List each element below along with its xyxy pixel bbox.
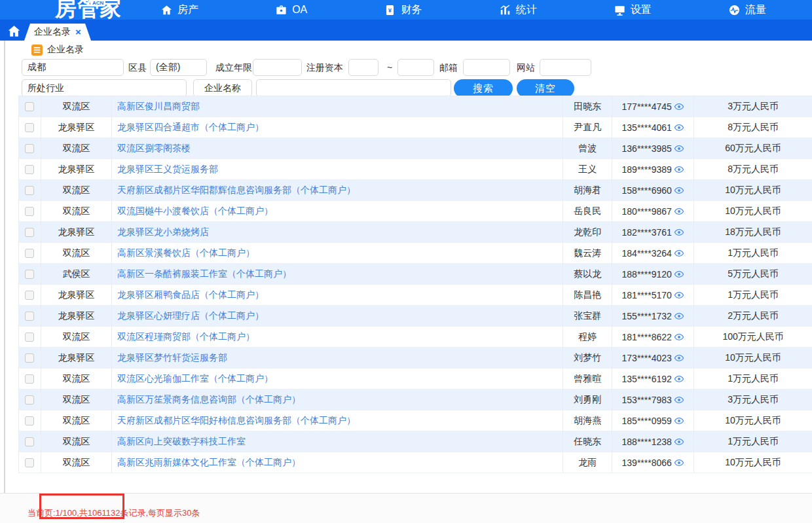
company-link[interactable]: 龙泉驿区王义货运服务部 bbox=[117, 164, 218, 175]
company-link[interactable]: 龙泉驿区心妍理疗店（个体工商户） bbox=[117, 310, 264, 322]
page-title: 企业名录 bbox=[47, 44, 84, 56]
row-checkbox[interactable] bbox=[25, 353, 34, 363]
close-icon[interactable]: × bbox=[75, 27, 81, 37]
company-link[interactable]: 双流区心光瑜伽工作室（个体工商户） bbox=[117, 373, 273, 385]
row-checkbox[interactable] bbox=[25, 144, 34, 153]
phone-cell: 180****9867 bbox=[612, 201, 694, 221]
company-link[interactable]: 高新区俊川昌商贸部 bbox=[117, 101, 200, 113]
row-checkbox[interactable] bbox=[25, 249, 34, 258]
company-cell: 高新区景溪餐饮店（个体工商户） bbox=[112, 243, 563, 263]
checkbox-cell bbox=[19, 222, 41, 242]
eye-icon[interactable] bbox=[674, 437, 684, 447]
company-cell: 龙泉驿区龙小弟烧烤店 bbox=[112, 222, 563, 242]
website-input[interactable] bbox=[540, 59, 591, 76]
home-icon[interactable] bbox=[7, 24, 21, 38]
company-link[interactable]: 双流区程瑾商贸部（个体工商户） bbox=[117, 331, 255, 343]
eye-icon[interactable] bbox=[674, 353, 684, 363]
company-link[interactable]: 龙泉驿区梦竹轩货运服务部 bbox=[117, 352, 227, 364]
checkbox-cell bbox=[19, 452, 41, 473]
table-row: 龙泉驿区 龙泉驿区梦竹轩货运服务部 刘梦竹 173****4023 10万元人民… bbox=[19, 348, 812, 369]
nav-item-traffic[interactable]: 流量 bbox=[728, 3, 766, 17]
clear-button[interactable]: 清空 bbox=[517, 79, 574, 98]
email-input[interactable] bbox=[463, 59, 510, 76]
eye-icon[interactable] bbox=[674, 416, 684, 426]
district-input[interactable] bbox=[150, 59, 207, 76]
row-checkbox[interactable] bbox=[25, 437, 34, 446]
row-checkbox[interactable] bbox=[25, 312, 34, 321]
row-checkbox[interactable] bbox=[25, 165, 34, 174]
nav-item-label: 流量 bbox=[745, 3, 766, 17]
company-link[interactable]: 龙泉驿区四合通超市（个体工商户） bbox=[117, 122, 264, 134]
eye-icon[interactable] bbox=[674, 269, 684, 280]
table-row: 双流区 高新区万笙景商务信息咨询部（个体工商户） 刘勇刚 153****7983… bbox=[19, 389, 812, 410]
company-link[interactable]: 高新区一条酷裤服装工作室（个体工商户） bbox=[117, 268, 291, 280]
eye-icon[interactable] bbox=[674, 122, 684, 133]
phone-value: 188****9120 bbox=[622, 269, 672, 280]
company-link[interactable]: 高新区兆雨新媒体文化工作室（个体工商户） bbox=[117, 457, 301, 469]
eye-icon[interactable] bbox=[674, 227, 684, 238]
eye-icon[interactable] bbox=[674, 101, 684, 112]
row-checkbox[interactable] bbox=[25, 374, 34, 384]
eye-icon[interactable] bbox=[674, 164, 684, 175]
phone-value: 173****4023 bbox=[622, 353, 672, 363]
capital-cell: 100万元人民币 bbox=[694, 327, 812, 347]
company-cell: 高新区俊川昌商贸部 bbox=[112, 96, 563, 117]
city-input[interactable] bbox=[22, 59, 124, 76]
eye-icon[interactable] bbox=[674, 206, 684, 217]
table-row: 龙泉驿区 龙泉驿区四合通超市（个体工商户） 尹直凡 135****4061 8万… bbox=[19, 117, 812, 138]
row-checkbox[interactable] bbox=[25, 291, 34, 300]
row-checkbox[interactable] bbox=[25, 458, 34, 467]
capital-cell: 1万元人民币 bbox=[694, 243, 812, 263]
eye-icon[interactable] bbox=[674, 248, 684, 259]
nav-item-property[interactable]: 房产 bbox=[160, 3, 198, 17]
row-checkbox[interactable] bbox=[25, 207, 34, 216]
phone-cell: 139****8066 bbox=[612, 452, 694, 473]
nav-item-oa[interactable]: OA bbox=[275, 4, 307, 16]
phone-value: 135****4061 bbox=[622, 122, 672, 133]
nav-item-stats[interactable]: 统计 bbox=[499, 3, 537, 17]
eye-icon[interactable] bbox=[674, 143, 684, 154]
row-checkbox[interactable] bbox=[25, 123, 34, 132]
eye-icon[interactable] bbox=[674, 458, 684, 468]
row-checkbox[interactable] bbox=[25, 186, 34, 195]
capital-min-input[interactable] bbox=[348, 59, 378, 76]
checkbox-cell bbox=[19, 264, 41, 284]
company-cell: 龙泉驿区王义货运服务部 bbox=[112, 159, 563, 179]
company-link[interactable]: 双流国樾牛小渡餐饮店（个体工商户） bbox=[117, 206, 273, 217]
company-name-input[interactable] bbox=[256, 79, 451, 97]
capital-cell: 1万元人民币 bbox=[694, 369, 812, 389]
row-checkbox[interactable] bbox=[25, 270, 34, 279]
eye-icon[interactable] bbox=[674, 290, 684, 300]
row-checkbox[interactable] bbox=[25, 228, 34, 237]
industry-input[interactable] bbox=[22, 79, 187, 97]
contact-cell: 曾波 bbox=[563, 138, 612, 158]
company-link[interactable]: 高新区万笙景商务信息咨询部（个体工商户） bbox=[117, 394, 301, 406]
contact-cell: 任晓东 bbox=[563, 431, 612, 452]
company-link[interactable]: 天府新区成都片区华阳郡辉信息咨询服务部（个体工商户） bbox=[117, 185, 356, 196]
company-name-field-selector[interactable]: 企业名称 bbox=[193, 79, 252, 97]
nav-item-settings[interactable]: 设置 bbox=[614, 3, 652, 17]
search-button[interactable]: 搜索 bbox=[454, 79, 513, 98]
contact-cell: 曾雅暄 bbox=[563, 369, 612, 389]
row-checkbox[interactable] bbox=[25, 395, 34, 405]
company-link[interactable]: 高新区向上突破数字科技工作室 bbox=[117, 436, 246, 448]
eye-icon[interactable] bbox=[674, 185, 684, 196]
company-link[interactable]: 龙泉驿区厢鸭食品店（个体工商户） bbox=[117, 289, 264, 301]
company-link[interactable]: 天府新区成都片区华阳好柿信息咨询服务部（个体工商户） bbox=[117, 415, 356, 427]
eye-icon[interactable] bbox=[674, 332, 684, 342]
eye-icon[interactable] bbox=[674, 395, 684, 405]
row-checkbox[interactable] bbox=[25, 416, 34, 425]
eye-icon[interactable] bbox=[674, 374, 684, 384]
checkbox-cell bbox=[19, 369, 41, 389]
eye-icon[interactable] bbox=[674, 311, 684, 321]
nav-item-finance[interactable]: ¥ 财务 bbox=[384, 3, 422, 17]
tab-company-directory[interactable]: 企业名录 × bbox=[24, 24, 91, 41]
company-link[interactable]: 双流区捌零阁茶楼 bbox=[117, 143, 191, 154]
capital-max-input[interactable] bbox=[397, 59, 434, 76]
capital-cell: 10万元人民币 bbox=[694, 410, 812, 431]
row-checkbox[interactable] bbox=[25, 102, 34, 111]
company-link[interactable]: 高新区景溪餐饮店（个体工商户） bbox=[117, 247, 255, 259]
row-checkbox[interactable] bbox=[25, 333, 34, 342]
company-link[interactable]: 龙泉驿区龙小弟烧烤店 bbox=[117, 226, 209, 238]
founding-years-input[interactable] bbox=[253, 59, 302, 76]
